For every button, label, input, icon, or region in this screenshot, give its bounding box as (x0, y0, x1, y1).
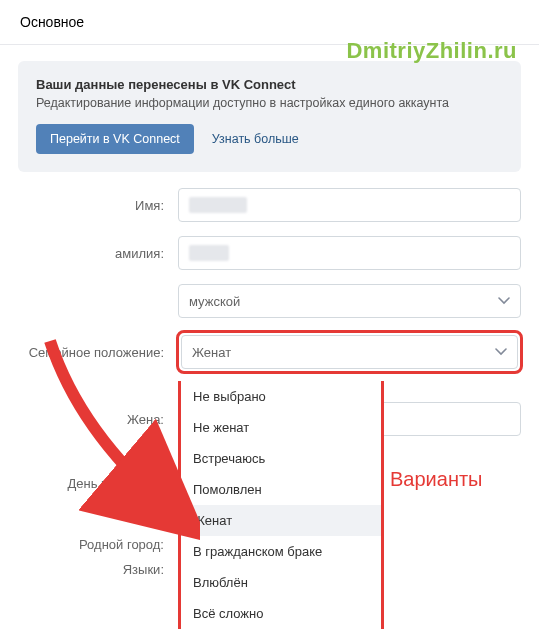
blurred-surname-value (189, 245, 229, 261)
dropdown-item[interactable]: Влюблён (181, 567, 381, 598)
marital-highlight: Женат (176, 330, 523, 374)
dropdown-item[interactable]: Женат (181, 505, 381, 536)
label-languages: Языки: (18, 562, 178, 577)
learn-more-link[interactable]: Узнать больше (212, 132, 299, 146)
row-gender: мужской (18, 284, 521, 318)
row-marital: Семейное положение: Женат (18, 332, 521, 372)
dropdown-item[interactable]: Встречаюсь (181, 443, 381, 474)
marital-dropdown: Не выбраноНе женатВстречаюсьПомолвленЖен… (178, 381, 384, 629)
dropdown-item[interactable]: Всё сложно (181, 598, 381, 629)
label-birthday: День рождения: (18, 476, 178, 491)
watermark-text: DmitriyZhilin.ru (346, 38, 517, 64)
go-to-vk-connect-button[interactable]: Перейти в VK Connect (36, 124, 194, 154)
dropdown-item[interactable]: Не женат (181, 412, 381, 443)
select-marital-value: Женат (192, 345, 231, 360)
label-name: Имя: (18, 198, 178, 213)
chevron-down-icon (498, 297, 510, 305)
select-gender[interactable]: мужской (178, 284, 521, 318)
blurred-name-value (189, 197, 247, 213)
notice-actions: Перейти в VK Connect Узнать больше (36, 124, 503, 154)
notice-desc: Редактирование информации доступно в нас… (36, 96, 503, 110)
dropdown-item[interactable]: Не выбрано (181, 381, 381, 412)
select-gender-value: мужской (189, 294, 240, 309)
vk-connect-notice: Ваши данные перенесены в VK Connect Реда… (18, 61, 521, 172)
input-surname[interactable] (178, 236, 521, 270)
chevron-down-icon (495, 348, 507, 356)
dropdown-item[interactable]: Помолвлен (181, 474, 381, 505)
row-name: Имя: (18, 188, 521, 222)
row-surname: амилия: (18, 236, 521, 270)
dropdown-item[interactable]: В гражданском браке (181, 536, 381, 567)
label-hometown: Родной город: (18, 537, 178, 552)
select-marital[interactable]: Женат (181, 335, 518, 369)
label-wife: Жена: (18, 412, 178, 427)
notice-title: Ваши данные перенесены в VK Connect (36, 77, 503, 92)
label-marital: Семейное положение: (18, 345, 178, 360)
variants-annotation: Варианты (390, 468, 482, 491)
input-name[interactable] (178, 188, 521, 222)
label-surname: амилия: (18, 246, 178, 261)
profile-form: Имя: амилия: мужской Семейное положение:… (0, 188, 539, 577)
